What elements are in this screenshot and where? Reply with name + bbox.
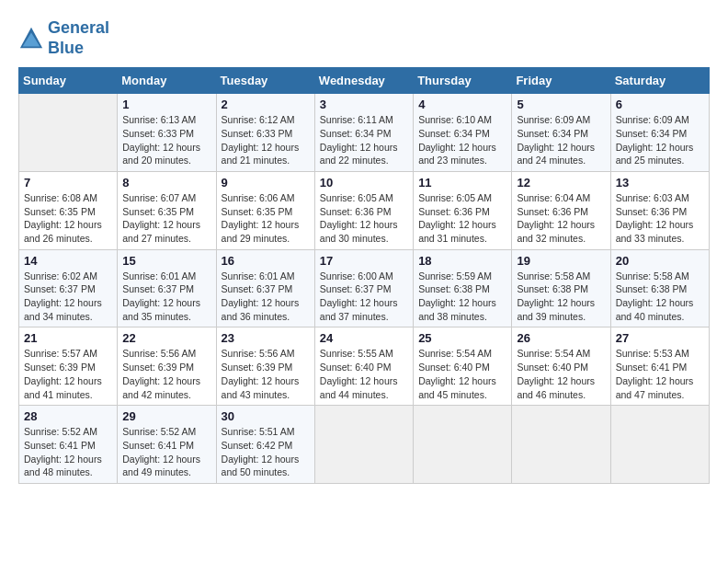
calendar-cell: 8Sunrise: 6:07 AM Sunset: 6:35 PM Daylig… [118, 171, 216, 249]
calendar-week-5: 28Sunrise: 5:52 AM Sunset: 6:41 PM Dayli… [19, 406, 710, 484]
day-info: Sunrise: 6:13 AM Sunset: 6:33 PM Dayligh… [122, 113, 210, 167]
day-info: Sunrise: 5:52 AM Sunset: 6:41 PM Dayligh… [122, 425, 210, 479]
day-info: Sunrise: 6:08 AM Sunset: 6:35 PM Dayligh… [24, 191, 112, 246]
calendar-cell: 21Sunrise: 5:57 AM Sunset: 6:39 PM Dayli… [19, 327, 118, 406]
calendar-cell: 6Sunrise: 6:09 AM Sunset: 6:34 PM Daylig… [610, 94, 709, 172]
day-info: Sunrise: 5:59 AM Sunset: 6:38 PM Dayligh… [418, 270, 506, 324]
day-number: 19 [517, 254, 605, 268]
day-info: Sunrise: 5:54 AM Sunset: 6:40 PM Dayligh… [517, 347, 605, 401]
calendar-cell: 9Sunrise: 6:06 AM Sunset: 6:35 PM Daylig… [216, 171, 314, 249]
calendar-cell: 16Sunrise: 6:01 AM Sunset: 6:37 PM Dayli… [216, 249, 314, 327]
day-number: 20 [616, 254, 704, 268]
day-info: Sunrise: 5:57 AM Sunset: 6:39 PM Dayligh… [24, 347, 112, 401]
calendar-cell: 14Sunrise: 6:02 AM Sunset: 6:37 PM Dayli… [19, 249, 118, 327]
day-number: 10 [320, 176, 408, 190]
calendar-cell [512, 406, 610, 484]
day-info: Sunrise: 5:55 AM Sunset: 6:40 PM Dayligh… [320, 347, 408, 401]
calendar-cell: 29Sunrise: 5:52 AM Sunset: 6:41 PM Dayli… [118, 406, 216, 484]
calendar-cell: 11Sunrise: 6:05 AM Sunset: 6:36 PM Dayli… [414, 171, 512, 249]
day-info: Sunrise: 5:52 AM Sunset: 6:41 PM Dayligh… [24, 425, 112, 479]
calendar: SundayMondayTuesdayWednesdayThursdayFrid… [18, 67, 710, 484]
day-number: 8 [122, 176, 210, 190]
day-number: 11 [418, 176, 506, 190]
calendar-cell: 19Sunrise: 5:58 AM Sunset: 6:38 PM Dayli… [512, 249, 610, 327]
calendar-cell: 13Sunrise: 6:03 AM Sunset: 6:36 PM Dayli… [610, 171, 709, 249]
day-info: Sunrise: 6:04 AM Sunset: 6:36 PM Dayligh… [517, 191, 605, 246]
calendar-cell: 25Sunrise: 5:54 AM Sunset: 6:40 PM Dayli… [414, 327, 512, 406]
day-info: Sunrise: 6:09 AM Sunset: 6:34 PM Dayligh… [616, 113, 704, 167]
day-number: 18 [418, 254, 506, 268]
day-info: Sunrise: 6:11 AM Sunset: 6:34 PM Dayligh… [320, 113, 408, 167]
day-info: Sunrise: 6:01 AM Sunset: 6:37 PM Dayligh… [222, 270, 310, 324]
calendar-cell: 17Sunrise: 6:00 AM Sunset: 6:37 PM Dayli… [314, 249, 413, 327]
day-info: Sunrise: 6:10 AM Sunset: 6:34 PM Dayligh… [418, 113, 506, 167]
day-info: Sunrise: 6:02 AM Sunset: 6:37 PM Dayligh… [24, 270, 112, 324]
header-friday: Friday [512, 68, 610, 94]
logo: General Blue [18, 18, 109, 58]
day-info: Sunrise: 5:54 AM Sunset: 6:40 PM Dayligh… [418, 347, 506, 401]
calendar-cell: 30Sunrise: 5:51 AM Sunset: 6:42 PM Dayli… [216, 406, 314, 484]
day-number: 23 [222, 331, 310, 345]
day-info: Sunrise: 5:58 AM Sunset: 6:38 PM Dayligh… [616, 270, 704, 324]
calendar-week-1: 1Sunrise: 6:13 AM Sunset: 6:33 PM Daylig… [19, 94, 710, 172]
calendar-cell: 1Sunrise: 6:13 AM Sunset: 6:33 PM Daylig… [118, 94, 216, 172]
day-number: 21 [24, 331, 112, 345]
day-number: 30 [222, 409, 310, 423]
day-number: 22 [122, 331, 210, 345]
calendar-cell: 18Sunrise: 5:59 AM Sunset: 6:38 PM Dayli… [414, 249, 512, 327]
day-info: Sunrise: 5:56 AM Sunset: 6:39 PM Dayligh… [122, 347, 210, 401]
calendar-cell [414, 406, 512, 484]
calendar-week-4: 21Sunrise: 5:57 AM Sunset: 6:39 PM Dayli… [19, 327, 710, 406]
calendar-cell [610, 406, 709, 484]
calendar-cell: 20Sunrise: 5:58 AM Sunset: 6:38 PM Dayli… [610, 249, 709, 327]
header-sunday: Sunday [19, 68, 118, 94]
day-info: Sunrise: 6:06 AM Sunset: 6:35 PM Dayligh… [222, 191, 310, 246]
day-number: 24 [320, 331, 408, 345]
calendar-cell: 24Sunrise: 5:55 AM Sunset: 6:40 PM Dayli… [314, 327, 413, 406]
calendar-cell: 26Sunrise: 5:54 AM Sunset: 6:40 PM Dayli… [512, 327, 610, 406]
calendar-cell: 23Sunrise: 5:56 AM Sunset: 6:39 PM Dayli… [216, 327, 314, 406]
day-number: 6 [616, 98, 704, 111]
calendar-cell: 4Sunrise: 6:10 AM Sunset: 6:34 PM Daylig… [414, 94, 512, 172]
day-info: Sunrise: 5:56 AM Sunset: 6:39 PM Dayligh… [222, 347, 310, 401]
day-number: 28 [24, 409, 112, 423]
day-info: Sunrise: 6:05 AM Sunset: 6:36 PM Dayligh… [320, 191, 408, 246]
calendar-cell: 3Sunrise: 6:11 AM Sunset: 6:34 PM Daylig… [314, 94, 413, 172]
day-info: Sunrise: 5:53 AM Sunset: 6:41 PM Dayligh… [616, 347, 704, 401]
calendar-cell: 22Sunrise: 5:56 AM Sunset: 6:39 PM Dayli… [118, 327, 216, 406]
calendar-cell: 5Sunrise: 6:09 AM Sunset: 6:34 PM Daylig… [512, 94, 610, 172]
day-number: 1 [122, 98, 210, 111]
calendar-cell [314, 406, 413, 484]
day-info: Sunrise: 6:12 AM Sunset: 6:33 PM Dayligh… [222, 113, 310, 167]
calendar-cell: 27Sunrise: 5:53 AM Sunset: 6:41 PM Dayli… [610, 327, 709, 406]
header-wednesday: Wednesday [314, 68, 413, 94]
header-saturday: Saturday [610, 68, 709, 94]
day-number: 9 [222, 176, 310, 190]
day-info: Sunrise: 5:58 AM Sunset: 6:38 PM Dayligh… [517, 270, 605, 324]
calendar-cell: 10Sunrise: 6:05 AM Sunset: 6:36 PM Dayli… [314, 171, 413, 249]
day-number: 17 [320, 254, 408, 268]
day-info: Sunrise: 6:05 AM Sunset: 6:36 PM Dayligh… [418, 191, 506, 246]
calendar-cell: 28Sunrise: 5:52 AM Sunset: 6:41 PM Dayli… [19, 406, 118, 484]
day-number: 12 [517, 176, 605, 190]
calendar-cell [19, 94, 118, 172]
day-number: 16 [222, 254, 310, 268]
calendar-cell: 7Sunrise: 6:08 AM Sunset: 6:35 PM Daylig… [19, 171, 118, 249]
header-thursday: Thursday [414, 68, 512, 94]
day-number: 4 [418, 98, 506, 111]
calendar-cell: 2Sunrise: 6:12 AM Sunset: 6:33 PM Daylig… [216, 94, 314, 172]
calendar-header-row: SundayMondayTuesdayWednesdayThursdayFrid… [19, 68, 710, 94]
day-info: Sunrise: 5:51 AM Sunset: 6:42 PM Dayligh… [222, 425, 310, 479]
day-info: Sunrise: 6:09 AM Sunset: 6:34 PM Dayligh… [517, 113, 605, 167]
page-header: General Blue [18, 18, 710, 58]
calendar-week-3: 14Sunrise: 6:02 AM Sunset: 6:37 PM Dayli… [19, 249, 710, 327]
calendar-week-2: 7Sunrise: 6:08 AM Sunset: 6:35 PM Daylig… [19, 171, 710, 249]
day-number: 3 [320, 98, 408, 111]
day-number: 2 [222, 98, 310, 111]
day-number: 7 [24, 176, 112, 190]
day-number: 25 [418, 331, 506, 345]
day-number: 15 [122, 254, 210, 268]
day-info: Sunrise: 6:03 AM Sunset: 6:36 PM Dayligh… [616, 191, 704, 246]
day-number: 5 [517, 98, 605, 111]
header-tuesday: Tuesday [216, 68, 314, 94]
